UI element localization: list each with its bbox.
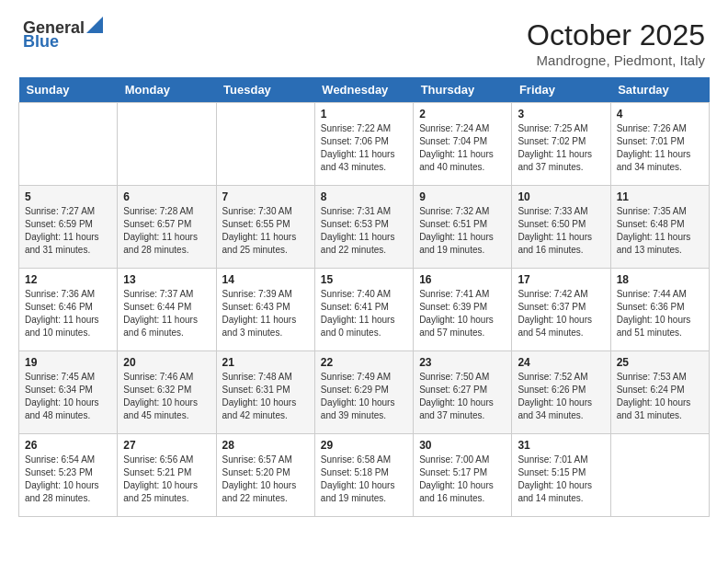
calendar-cell: 30Sunrise: 7:00 AM Sunset: 5:17 PM Dayli… — [414, 434, 512, 517]
header-friday: Friday — [512, 77, 610, 103]
calendar-cell: 23Sunrise: 7:50 AM Sunset: 6:27 PM Dayli… — [414, 351, 512, 434]
title-block: October 2025 Mandrogne, Piedmont, Italy — [527, 18, 705, 68]
day-content: Sunrise: 6:54 AM Sunset: 5:23 PM Dayligh… — [25, 454, 111, 505]
day-content: Sunrise: 7:24 AM Sunset: 7:04 PM Dayligh… — [419, 122, 506, 174]
day-number: 5 — [25, 190, 111, 203]
calendar-cell: 1Sunrise: 7:22 AM Sunset: 7:06 PM Daylig… — [314, 103, 413, 186]
day-number: 17 — [518, 273, 604, 286]
day-number: 11 — [617, 190, 703, 203]
day-number: 14 — [222, 273, 309, 286]
day-number: 27 — [123, 439, 210, 452]
day-content: Sunrise: 6:56 AM Sunset: 5:21 PM Dayligh… — [123, 454, 210, 505]
day-content: Sunrise: 7:40 AM Sunset: 6:41 PM Dayligh… — [321, 288, 407, 339]
day-content: Sunrise: 7:45 AM Sunset: 6:34 PM Dayligh… — [25, 371, 111, 422]
day-number: 13 — [123, 273, 210, 286]
calendar-cell: 27Sunrise: 6:56 AM Sunset: 5:21 PM Dayli… — [118, 434, 216, 517]
week-row-0: 1Sunrise: 7:22 AM Sunset: 7:06 PM Daylig… — [19, 103, 710, 186]
day-number: 16 — [419, 273, 506, 286]
day-number: 26 — [25, 439, 111, 452]
day-content: Sunrise: 7:31 AM Sunset: 6:53 PM Dayligh… — [321, 205, 407, 257]
calendar-cell: 20Sunrise: 7:46 AM Sunset: 6:32 PM Dayli… — [118, 351, 216, 434]
day-number: 25 — [617, 356, 703, 369]
calendar-cell: 22Sunrise: 7:49 AM Sunset: 6:29 PM Dayli… — [314, 351, 413, 434]
calendar-cell: 26Sunrise: 6:54 AM Sunset: 5:23 PM Dayli… — [19, 434, 118, 517]
calendar-cell: 15Sunrise: 7:40 AM Sunset: 6:41 PM Dayli… — [314, 269, 413, 351]
calendar-cell: 25Sunrise: 7:53 AM Sunset: 6:24 PM Dayli… — [610, 351, 709, 434]
header-saturday: Saturday — [610, 77, 709, 103]
logo-blue: Blue — [23, 32, 59, 52]
calendar-cell: 4Sunrise: 7:26 AM Sunset: 7:01 PM Daylig… — [610, 103, 709, 186]
week-row-3: 19Sunrise: 7:45 AM Sunset: 6:34 PM Dayli… — [19, 351, 710, 434]
day-content: Sunrise: 7:41 AM Sunset: 6:39 PM Dayligh… — [419, 288, 506, 339]
day-number: 24 — [518, 356, 604, 369]
day-number: 22 — [321, 356, 407, 369]
day-number: 29 — [321, 439, 407, 452]
calendar-cell: 28Sunrise: 6:57 AM Sunset: 5:20 PM Dayli… — [216, 434, 314, 517]
day-number: 3 — [518, 108, 604, 121]
day-number: 2 — [419, 108, 506, 121]
calendar-cell: 24Sunrise: 7:52 AM Sunset: 6:26 PM Dayli… — [512, 351, 610, 434]
day-content: Sunrise: 7:52 AM Sunset: 6:26 PM Dayligh… — [518, 371, 604, 422]
week-row-1: 5Sunrise: 7:27 AM Sunset: 6:59 PM Daylig… — [19, 186, 710, 269]
header-wednesday: Wednesday — [314, 77, 413, 103]
day-number: 9 — [419, 190, 506, 203]
page-header: General Blue October 2025 Mandrogne, Pie… — [9, 9, 719, 73]
day-number: 6 — [123, 190, 210, 203]
day-content: Sunrise: 7:42 AM Sunset: 6:37 PM Dayligh… — [518, 288, 604, 339]
day-content: Sunrise: 7:44 AM Sunset: 6:36 PM Dayligh… — [617, 288, 703, 339]
day-content: Sunrise: 7:39 AM Sunset: 6:43 PM Dayligh… — [222, 288, 309, 339]
location: Mandrogne, Piedmont, Italy — [527, 52, 705, 68]
day-number: 30 — [419, 439, 506, 452]
logo-icon — [86, 17, 103, 33]
day-number: 18 — [617, 273, 703, 286]
day-content: Sunrise: 7:28 AM Sunset: 6:57 PM Dayligh… — [123, 205, 210, 257]
calendar-cell: 9Sunrise: 7:32 AM Sunset: 6:51 PM Daylig… — [414, 186, 512, 269]
day-content: Sunrise: 7:01 AM Sunset: 5:15 PM Dayligh… — [518, 454, 604, 505]
header-tuesday: Tuesday — [216, 77, 314, 103]
calendar-cell: 18Sunrise: 7:44 AM Sunset: 6:36 PM Dayli… — [610, 269, 709, 351]
day-content: Sunrise: 6:57 AM Sunset: 5:20 PM Dayligh… — [222, 454, 309, 505]
header-thursday: Thursday — [414, 77, 512, 103]
day-content: Sunrise: 7:27 AM Sunset: 6:59 PM Dayligh… — [25, 205, 111, 257]
calendar-cell: 3Sunrise: 7:25 AM Sunset: 7:02 PM Daylig… — [512, 103, 610, 186]
day-number: 4 — [617, 108, 703, 121]
day-content: Sunrise: 7:25 AM Sunset: 7:02 PM Dayligh… — [518, 122, 604, 174]
day-content: Sunrise: 7:22 AM Sunset: 7:06 PM Dayligh… — [321, 122, 407, 174]
calendar-cell — [19, 103, 118, 186]
calendar-cell: 12Sunrise: 7:36 AM Sunset: 6:46 PM Dayli… — [19, 269, 118, 351]
month-title: October 2025 — [527, 18, 705, 52]
calendar-cell: 16Sunrise: 7:41 AM Sunset: 6:39 PM Dayli… — [414, 269, 512, 351]
calendar-table: SundayMondayTuesdayWednesdayThursdayFrid… — [18, 77, 710, 517]
day-content: Sunrise: 7:32 AM Sunset: 6:51 PM Dayligh… — [419, 205, 506, 257]
calendar-cell: 10Sunrise: 7:33 AM Sunset: 6:50 PM Dayli… — [512, 186, 610, 269]
week-row-2: 12Sunrise: 7:36 AM Sunset: 6:46 PM Dayli… — [19, 269, 710, 351]
day-content: Sunrise: 7:33 AM Sunset: 6:50 PM Dayligh… — [518, 205, 604, 257]
day-content: Sunrise: 7:48 AM Sunset: 6:31 PM Dayligh… — [222, 371, 309, 422]
day-number: 1 — [321, 108, 407, 121]
calendar-cell: 6Sunrise: 7:28 AM Sunset: 6:57 PM Daylig… — [118, 186, 216, 269]
day-number: 31 — [518, 439, 604, 452]
header-sunday: Sunday — [19, 77, 118, 103]
calendar-cell: 21Sunrise: 7:48 AM Sunset: 6:31 PM Dayli… — [216, 351, 314, 434]
day-number: 10 — [518, 190, 604, 203]
calendar-cell — [216, 103, 314, 186]
calendar-cell: 29Sunrise: 6:58 AM Sunset: 5:18 PM Dayli… — [314, 434, 413, 517]
day-number: 19 — [25, 356, 111, 369]
calendar-cell: 7Sunrise: 7:30 AM Sunset: 6:55 PM Daylig… — [216, 186, 314, 269]
day-number: 28 — [222, 439, 309, 452]
day-number: 20 — [123, 356, 210, 369]
day-content: Sunrise: 7:50 AM Sunset: 6:27 PM Dayligh… — [419, 371, 506, 422]
calendar-cell: 13Sunrise: 7:37 AM Sunset: 6:44 PM Dayli… — [118, 269, 216, 351]
calendar-cell: 17Sunrise: 7:42 AM Sunset: 6:37 PM Dayli… — [512, 269, 610, 351]
calendar-cell: 2Sunrise: 7:24 AM Sunset: 7:04 PM Daylig… — [414, 103, 512, 186]
day-content: Sunrise: 7:37 AM Sunset: 6:44 PM Dayligh… — [123, 288, 210, 339]
day-content: Sunrise: 7:30 AM Sunset: 6:55 PM Dayligh… — [222, 205, 309, 257]
calendar-cell: 14Sunrise: 7:39 AM Sunset: 6:43 PM Dayli… — [216, 269, 314, 351]
day-content: Sunrise: 7:46 AM Sunset: 6:32 PM Dayligh… — [123, 371, 210, 422]
logo: General Blue — [23, 18, 103, 52]
day-content: Sunrise: 7:36 AM Sunset: 6:46 PM Dayligh… — [25, 288, 111, 339]
week-row-4: 26Sunrise: 6:54 AM Sunset: 5:23 PM Dayli… — [19, 434, 710, 517]
calendar-cell: 19Sunrise: 7:45 AM Sunset: 6:34 PM Dayli… — [19, 351, 118, 434]
header-monday: Monday — [118, 77, 216, 103]
calendar-header-row: SundayMondayTuesdayWednesdayThursdayFrid… — [19, 77, 710, 103]
